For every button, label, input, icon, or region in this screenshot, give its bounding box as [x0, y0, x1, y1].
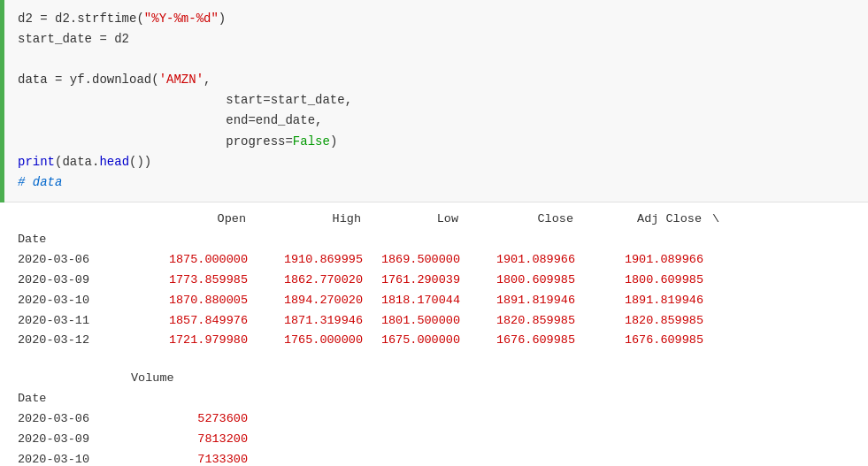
- row4-adj-close: 1820.859985: [575, 311, 703, 332]
- code-line-2: start_date = d2: [18, 29, 850, 50]
- row1-open: 1875.000000: [133, 250, 248, 271]
- code-line-3: [18, 50, 850, 70]
- output-section: Open High Low Close Adj Close \ Date 202…: [0, 202, 868, 466]
- table2-row-1: 2020-03-06 5273600: [18, 409, 850, 430]
- header-low: Low: [361, 210, 458, 230]
- table1-row-5: 2020-03-12 1721.979980 1765.000000 1675.…: [18, 331, 850, 351]
- header-backslash: \: [702, 210, 719, 230]
- row4-date: 2020-03-11: [18, 311, 133, 332]
- table1-date-label: Date: [18, 230, 850, 250]
- row1-date: 2020-03-06: [18, 250, 133, 271]
- header-high: High: [246, 210, 361, 230]
- code-line-1: d2 = d2.strftime("%Y-%m-%d"): [18, 9, 850, 29]
- table2-row-3: 2020-03-10 7133300: [18, 450, 850, 466]
- code-line-4: data = yf.download('AMZN',: [18, 70, 850, 90]
- table1-row-1: 2020-03-06 1875.000000 1910.869995 1869.…: [18, 250, 850, 271]
- row3-adj-close: 1891.819946: [575, 291, 703, 311]
- code-line-6: end=end_date,: [18, 111, 850, 131]
- data-table-2: Volume Date 2020-03-06 5273600 2020-03-0…: [18, 369, 850, 466]
- row3-open: 1870.880005: [133, 291, 248, 311]
- vol-row2-date: 2020-03-09: [18, 430, 133, 450]
- vol-row3-date: 2020-03-10: [18, 450, 133, 466]
- row2-date: 2020-03-09: [18, 271, 133, 291]
- row5-low: 1675.000000: [363, 331, 460, 351]
- table2-header-row: Volume: [18, 369, 850, 389]
- main-container: d2 = d2.strftime("%Y-%m-%d") start_date …: [0, 0, 868, 466]
- row2-high: 1862.770020: [248, 271, 363, 291]
- table1-row-2: 2020-03-09 1773.859985 1862.770020 1761.…: [18, 271, 850, 291]
- row3-low: 1818.170044: [363, 291, 460, 311]
- table1-header-row: Open High Low Close Adj Close \: [18, 210, 850, 230]
- table1-row-3: 2020-03-10 1870.880005 1894.270020 1818.…: [18, 291, 850, 311]
- row2-open: 1773.859985: [133, 271, 248, 291]
- row3-date: 2020-03-10: [18, 291, 133, 311]
- row2-low: 1761.290039: [363, 271, 460, 291]
- row3-high: 1894.270020: [248, 291, 363, 311]
- row3-close: 1891.819946: [460, 291, 575, 311]
- row5-high: 1765.000000: [248, 331, 363, 351]
- header-close: Close: [458, 210, 573, 230]
- vol-row1-date: 2020-03-06: [18, 409, 133, 430]
- code-line-8: print(data.head()): [18, 152, 850, 172]
- code-line-9: # data: [18, 172, 850, 193]
- row5-date: 2020-03-12: [18, 331, 133, 351]
- row1-close: 1901.089966: [460, 250, 575, 271]
- row4-open: 1857.849976: [133, 311, 248, 332]
- row5-close: 1676.609985: [460, 331, 575, 351]
- row1-high: 1910.869995: [248, 250, 363, 271]
- row5-adj-close: 1676.609985: [575, 331, 703, 351]
- table2-date-label: Date: [18, 389, 850, 409]
- vol-row3-volume: 7133300: [133, 450, 248, 466]
- row4-close: 1820.859985: [460, 311, 575, 332]
- header-adj-close: Adj Close: [573, 210, 702, 230]
- row5-open: 1721.979980: [133, 331, 248, 351]
- vol-row1-volume: 5273600: [133, 409, 248, 430]
- code-section: d2 = d2.strftime("%Y-%m-%d") start_date …: [0, 0, 868, 202]
- row2-adj-close: 1800.609985: [575, 271, 703, 291]
- row2-close: 1800.609985: [460, 271, 575, 291]
- table2-row-2: 2020-03-09 7813200: [18, 430, 850, 450]
- row4-low: 1801.500000: [363, 311, 460, 332]
- header-volume: Volume: [131, 371, 174, 385]
- row1-adj-close: 1901.089966: [575, 250, 703, 271]
- code-line-5: start=start_date,: [18, 90, 850, 111]
- header-open: Open: [131, 210, 246, 230]
- vol-row2-volume: 7813200: [133, 430, 248, 450]
- data-table-1: Open High Low Close Adj Close \ Date 202…: [18, 210, 850, 352]
- row1-low: 1869.500000: [363, 250, 460, 271]
- row4-high: 1871.319946: [248, 311, 363, 332]
- code-line-7: progress=False): [18, 132, 850, 152]
- table1-row-4: 2020-03-11 1857.849976 1871.319946 1801.…: [18, 311, 850, 332]
